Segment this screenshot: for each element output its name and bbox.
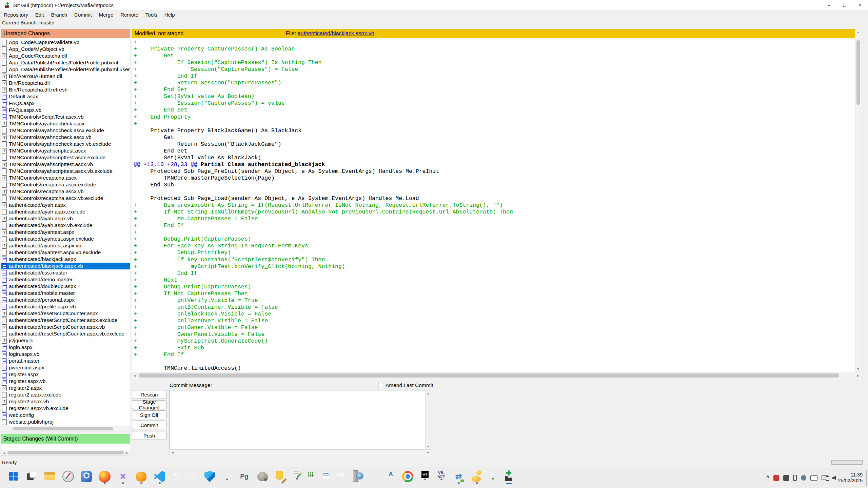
file-row[interactable]: authenticated/ayahtest.aspx.exclude: [1, 236, 130, 242]
file-status-icon[interactable]: [2, 324, 7, 330]
file-status-icon[interactable]: [2, 189, 7, 195]
file-status-icon[interactable]: [2, 121, 7, 127]
tray-acrobat-icon[interactable]: [773, 475, 779, 481]
tray-app-circle-icon[interactable]: [801, 475, 806, 481]
push-button[interactable]: Push: [132, 431, 166, 440]
file-status-icon[interactable]: [2, 250, 7, 256]
menu-remote[interactable]: Remote: [120, 11, 139, 18]
file-row[interactable]: website.publishproj: [1, 419, 130, 425]
file-row[interactable]: App_Data/PublishProfiles/FolderProfile.p…: [1, 66, 130, 73]
staged-file-list[interactable]: [1, 444, 130, 450]
file-sync-app[interactable]: ⇄: [452, 469, 466, 484]
file-status-icon[interactable]: [2, 290, 7, 296]
menu-edit[interactable]: Edit: [35, 11, 44, 18]
database-tools-app[interactable]: [274, 469, 288, 484]
file-row[interactable]: authenticated/resetScriptCounter.aspx.vb: [1, 324, 130, 330]
filezilla[interactable]: FZ: [171, 469, 183, 481]
file-status-icon[interactable]: [2, 257, 7, 262]
maximize-button[interactable]: □: [837, 0, 852, 10]
file-status-icon[interactable]: [2, 392, 7, 398]
file-status-icon[interactable]: [2, 338, 7, 344]
amend-last-commit[interactable]: Amend Last Commit: [378, 382, 433, 388]
file-row[interactable]: register2.aspx.vb.exclude: [1, 405, 130, 412]
file-status-icon[interactable]: [2, 46, 7, 52]
tray-volume-icon[interactable]: [832, 475, 838, 481]
file-explorer[interactable]: [43, 469, 57, 484]
menu-branch[interactable]: Branch: [51, 11, 68, 18]
taskbar-clock[interactable]: 11:39 25/02/2025: [838, 467, 863, 488]
file-status-icon[interactable]: [2, 263, 7, 269]
file-status-icon[interactable]: [2, 175, 7, 181]
file-row[interactable]: TMNControls/ayahscripttest.ascx: [1, 147, 130, 154]
commit-message-input[interactable]: [170, 390, 425, 449]
file-status-icon[interactable]: [2, 101, 7, 106]
file-row[interactable]: Bin/Recaptcha.dll.refresh: [1, 86, 130, 93]
file-status-icon[interactable]: [2, 60, 7, 66]
file-status-icon[interactable]: [2, 53, 7, 59]
scroll-right-icon[interactable]: ▸: [425, 450, 431, 455]
file-row[interactable]: authenticated/profile.aspx.vb: [1, 303, 130, 310]
file-status-icon[interactable]: [2, 229, 7, 235]
scroll-down-icon[interactable]: ▾: [855, 366, 861, 371]
file-status-icon[interactable]: [2, 399, 7, 405]
file-status-icon[interactable]: [2, 74, 7, 79]
mysql-workbench[interactable]: [221, 469, 233, 481]
file-status-icon[interactable]: [2, 162, 7, 167]
file-row[interactable]: js/jquery.js: [1, 337, 130, 344]
file-status-icon[interactable]: [2, 94, 7, 100]
file-row[interactable]: register2.aspx.vb: [1, 398, 130, 405]
scroll-left-icon[interactable]: ◂: [170, 450, 175, 455]
chrome-browser[interactable]: [401, 469, 415, 484]
file-status-icon[interactable]: [2, 331, 7, 337]
file-row[interactable]: TMNControls/recaptcha.ascx.vb.exclude: [1, 195, 130, 202]
file-row[interactable]: TMNControls/ayahscripttest.ascx.exclude: [1, 154, 130, 161]
libreoffice-calc[interactable]: [306, 469, 316, 481]
commit-horizontal-scrollbar[interactable]: ◂ ▸: [170, 449, 431, 455]
file-row[interactable]: pwremind.aspx: [1, 364, 130, 371]
tray-touch-keyboard-icon[interactable]: [810, 475, 817, 481]
file-status-icon[interactable]: [2, 107, 7, 113]
file-row[interactable]: authenticated/ayah.aspx.exclude: [1, 208, 130, 215]
scroll-right-icon[interactable]: ▸: [124, 450, 130, 455]
file-row[interactable]: TMNControls/ayahscripttest.ascx.vb.exclu…: [1, 168, 130, 175]
file-status-icon[interactable]: [2, 297, 7, 303]
file-status-icon[interactable]: [2, 243, 7, 249]
file-row[interactable]: TMNControls/ayahnocheck.ascx.vb: [1, 134, 130, 141]
file-status-icon[interactable]: [2, 412, 7, 418]
terminal[interactable]: ›_: [369, 469, 381, 479]
file-status-icon[interactable]: [2, 128, 7, 134]
file-status-icon[interactable]: [2, 141, 7, 147]
task-view-button[interactable]: [24, 469, 38, 484]
unstaged-horizontal-scrollbar[interactable]: [1, 426, 130, 431]
minimize-button[interactable]: –: [821, 0, 837, 10]
file-row[interactable]: authenticated/mobile.master: [1, 290, 130, 297]
file-status-icon[interactable]: [2, 284, 7, 289]
file-row[interactable]: authenticated/ayah.aspx.vb: [1, 215, 130, 222]
scrollbar-thumb[interactable]: [856, 40, 860, 105]
file-row[interactable]: register.aspx.vb: [1, 378, 130, 385]
scrollbar-thumb[interactable]: [7, 451, 124, 454]
close-button[interactable]: ×: [852, 0, 868, 10]
file-row[interactable]: TMNControls/ayahnocheck.ascx.exclude: [1, 127, 130, 134]
postgresql[interactable]: Pg: [237, 469, 251, 484]
file-row[interactable]: App_Code/CaptureValidate.vb: [1, 39, 130, 46]
tray-phone-link-icon[interactable]: [822, 475, 828, 480]
file-row[interactable]: FAQs.aspx.vb: [1, 107, 130, 114]
file-row[interactable]: Bin/Recaptcha.dll: [1, 80, 130, 86]
file-status-icon[interactable]: [2, 87, 7, 93]
file-status-icon[interactable]: [2, 365, 7, 371]
file-status-icon[interactable]: [2, 345, 7, 350]
file-status-icon[interactable]: [2, 40, 7, 45]
file-row[interactable]: TMNControls/recaptcha.ascx.exclude: [1, 181, 130, 188]
file-row[interactable]: App_Data/PublishProfiles/FolderProfile.p…: [1, 59, 130, 66]
file-row[interactable]: register2.aspx.exclude: [1, 391, 130, 398]
orange-mascot-app[interactable]: [134, 469, 148, 484]
webstorm[interactable]: [419, 469, 431, 481]
mremoteng[interactable]: mR: [335, 469, 346, 480]
file-row[interactable]: register.aspx: [1, 371, 130, 378]
menu-merge[interactable]: Merge: [99, 11, 114, 18]
scroll-left-icon[interactable]: ◂: [1, 450, 7, 455]
file-row[interactable]: App_Code/Recaptcha.dll: [1, 53, 130, 59]
file-row[interactable]: authenticated/ayahtest.aspx: [1, 229, 130, 236]
notepad2[interactable]: [488, 469, 497, 480]
